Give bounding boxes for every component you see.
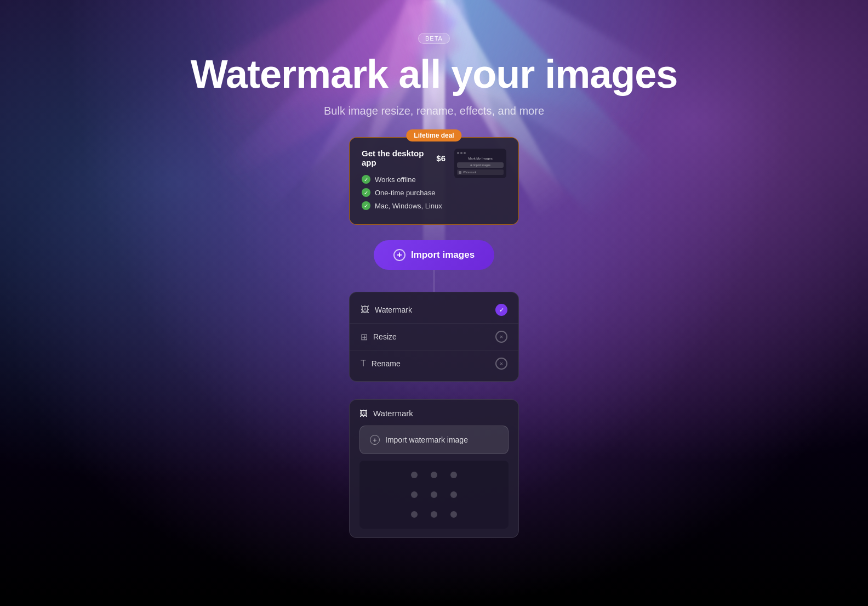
preview-watermark-row: Watermark [457, 169, 504, 175]
app-preview: Mark My Images ⊕ Import images Watermark [454, 149, 506, 178]
grid-pos-9[interactable] [450, 511, 457, 518]
import-images-button[interactable]: + Import images [374, 240, 494, 270]
option-resize-label: Resize [373, 332, 397, 341]
watermark-section-title: Watermark [373, 409, 413, 418]
grid-pos-2[interactable] [431, 472, 437, 478]
grid-pos-4[interactable] [411, 491, 418, 498]
main-title: Watermark all your images [191, 53, 678, 96]
rename-icon: T [361, 359, 366, 369]
option-resize-left: ⊞ Resize [361, 332, 397, 342]
watermark-section-icon: 🖼 [359, 409, 368, 418]
lifetime-badge: Lifetime deal [406, 129, 461, 141]
option-rename-toggle[interactable]: × [495, 358, 507, 370]
page-content: BETA Watermark all your images Bulk imag… [0, 0, 868, 538]
app-feature-1: ✓ Works offline [362, 175, 446, 184]
app-card-wrapper: Lifetime deal Get the desktop app $6 ✓ W… [349, 137, 519, 225]
app-feature-3: ✓ Mac, Windows, Linux [362, 201, 446, 210]
preview-top-bar [457, 152, 504, 154]
app-card: Get the desktop app $6 ✓ Works offline ✓… [349, 137, 519, 225]
beta-badge: BETA [418, 33, 450, 44]
resize-icon: ⊞ [361, 332, 368, 342]
option-rename[interactable]: T Rename × [350, 350, 518, 377]
check-icon-3: ✓ [362, 201, 370, 210]
position-grid [407, 467, 461, 522]
grid-pos-1[interactable] [411, 472, 418, 478]
grid-pos-3[interactable] [450, 472, 457, 478]
grid-pos-5[interactable] [431, 491, 437, 498]
options-panel: 🖼 Watermark ✓ ⊞ Resize × T Rename × [349, 292, 519, 382]
watermark-icon: 🖼 [361, 305, 369, 315]
option-watermark-label: Watermark [375, 305, 412, 314]
watermark-section-header: 🖼 Watermark [359, 409, 509, 418]
option-watermark[interactable]: 🖼 Watermark ✓ [350, 297, 518, 324]
preview-title: Mark My Images [457, 157, 504, 160]
app-card-header: Get the desktop app $6 [362, 149, 446, 167]
option-watermark-left: 🖼 Watermark [361, 305, 412, 315]
grid-pos-7[interactable] [411, 511, 418, 518]
app-card-info: Get the desktop app $6 ✓ Works offline ✓… [362, 149, 446, 214]
import-watermark-button[interactable]: + Import watermark image [359, 426, 509, 454]
option-resize[interactable]: ⊞ Resize × [350, 324, 518, 350]
app-card-title: Get the desktop app [362, 149, 436, 167]
check-icon-2: ✓ [362, 188, 370, 197]
grid-pos-6[interactable] [450, 491, 457, 498]
option-rename-left: T Rename [361, 359, 401, 369]
option-watermark-toggle[interactable]: ✓ [495, 304, 507, 316]
grid-pos-8[interactable] [431, 511, 437, 518]
watermark-section: 🖼 Watermark + Import watermark image [349, 399, 519, 538]
app-feature-2: ✓ One-time purchase [362, 188, 446, 197]
option-rename-label: Rename [372, 359, 401, 368]
option-resize-toggle[interactable]: × [495, 331, 507, 343]
check-icon-1: ✓ [362, 175, 370, 184]
import-watermark-label: Import watermark image [385, 435, 468, 444]
import-watermark-plus-icon: + [370, 435, 380, 445]
app-card-price: $6 [436, 154, 446, 163]
subtitle: Bulk image resize, rename, effects, and … [324, 105, 544, 117]
preview-import-btn: ⊕ Import images [457, 162, 504, 168]
plus-circle-icon: + [393, 249, 406, 261]
position-grid-container [359, 461, 509, 529]
connector-line [433, 270, 435, 292]
import-images-label: Import images [411, 250, 475, 260]
